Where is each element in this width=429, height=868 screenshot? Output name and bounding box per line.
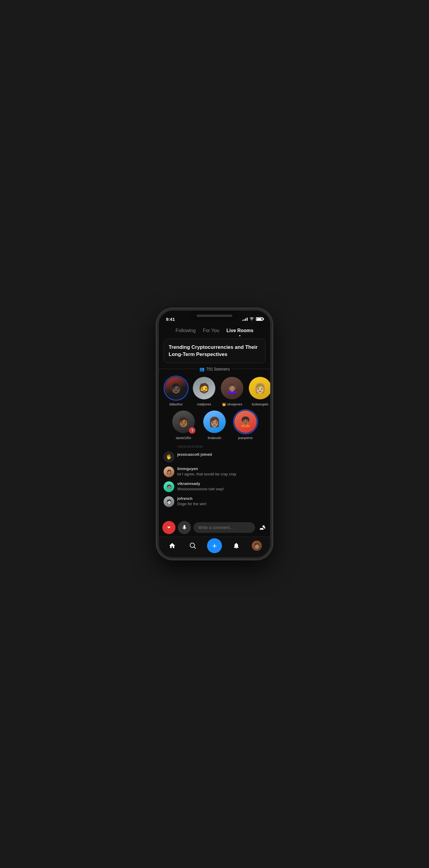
wifi-icon [249, 317, 254, 321]
chat-message-vikram: 🧑🏽 vikramready Wooooooooooow nah way! [163, 482, 266, 492]
listeners-row: 👥 791 listeners [159, 363, 270, 373]
bell-icon [233, 542, 240, 549]
profile-avatar: 🧑🏽 [252, 540, 262, 551]
search-icon [189, 542, 196, 549]
battery-icon [256, 317, 263, 321]
muted-icon: 🎙️ [189, 427, 195, 434]
chat-username-vikram: vikramready [177, 482, 224, 486]
chat-message-linn: 👩🏽 linnnguyen lol I agree, that would be… [163, 466, 266, 477]
speakers-row-1: 🧑🏿 billauthor 🧔 mattjones 👩🏽‍🦱 [159, 373, 270, 406]
join-text: jessicascott joined [177, 452, 212, 457]
nav-home-button[interactable] [166, 539, 179, 552]
speaker-username-mattjones: mattjones [197, 402, 211, 406]
chat-area: hahahahahahan 🖐️ jessicascott joined 👩🏽 … [159, 442, 270, 507]
down-arrow-icon [166, 525, 172, 530]
speaker-username-billauthor: billauthor [170, 402, 183, 406]
room-card[interactable]: Trending Cryptocurrencies and Their Long… [163, 339, 266, 363]
status-time: 9:41 [166, 317, 175, 322]
nav-create-button[interactable]: + [207, 538, 222, 553]
follow-button[interactable] [257, 522, 268, 533]
speaker-mattjones[interactable]: 🧔 mattjones [191, 376, 217, 406]
crown-icon: 👑 [222, 402, 226, 406]
speaker-oliviajones[interactable]: 👩🏽‍🦱 👑 oliviajones [220, 376, 245, 406]
speaker-username-oliviajones: 👑 oliviajones [222, 402, 242, 406]
speaker-ring-mattjones: 🧔 [191, 376, 217, 401]
nav-notifications-button[interactable] [230, 539, 243, 552]
home-icon [168, 542, 176, 549]
chat-avatar-linn: 👩🏽 [163, 466, 174, 477]
add-user-icon [259, 524, 266, 531]
join-icon: 🖐️ [163, 452, 174, 462]
chat-message-jessica-joined: 🖐️ jessicascott joined [163, 452, 266, 462]
comment-input[interactable] [193, 522, 255, 533]
tab-for-you[interactable]: For You [203, 327, 219, 335]
speaker-billauthor[interactable]: 🧑🏿 billauthor [163, 376, 189, 406]
svg-line-1 [194, 547, 196, 549]
speaker-username-lizdeangelo: lizdeangelo [252, 402, 269, 406]
speaker-username-jeanpierre: jeanpierre [238, 436, 253, 440]
chat-message-jo: 🧑🏻 jofrench Doge for the win! [163, 496, 266, 507]
faded-message: hahahahahahan [163, 444, 266, 448]
listeners-count: 791 listeners [206, 367, 230, 371]
input-bar [159, 519, 270, 536]
speaker-ring-oliviajones: 👩🏽‍🦱 [220, 376, 245, 401]
listeners-icon: 👥 [199, 367, 204, 371]
speaker-ring-billauthor: 🧑🏿 [163, 376, 189, 401]
speaker-lindarodri[interactable]: 👩🏽 lindarodri [202, 409, 227, 440]
phone-screen: 9:41 Following For You [159, 311, 270, 557]
room-title: Trending Cryptocurrencies and Their Long… [168, 344, 261, 358]
chat-text-linn: lol I agree, that would be cray cray [177, 471, 236, 477]
mic-button[interactable] [178, 521, 191, 534]
tab-live-rooms[interactable]: Live Rooms [226, 327, 253, 335]
speaker-ring-jeanpierre: 🧑🏾‍🦱 [233, 409, 258, 434]
nav-profile-button[interactable]: 🧑🏽 [250, 539, 263, 552]
signal-icon [242, 317, 248, 321]
speaker-jeanpierre[interactable]: 🧑🏾‍🦱 jeanpierre [233, 409, 258, 440]
speaker-ring-lindarodri: 👩🏽 [202, 409, 227, 434]
mic-icon [182, 525, 187, 530]
speaker-lizdeangelo[interactable]: 👩🏼 lizdeangelo [248, 376, 270, 406]
speaker-ring-lizdeangelo: 👩🏼 [248, 376, 270, 401]
chat-username-jo: jofrench [177, 496, 207, 501]
chat-avatar-jo: 🧑🏻 [163, 496, 174, 507]
nav-tabs: Following For You Live Rooms [159, 324, 270, 336]
join-username: jessicascott [177, 452, 199, 457]
chat-text-jo: Doge for the win! [177, 501, 207, 507]
phone-frame: 9:41 Following For You [156, 308, 273, 560]
tab-following[interactable]: Following [176, 327, 196, 335]
active-tab-indicator [239, 335, 240, 336]
nav-search-button[interactable] [186, 539, 199, 552]
plus-icon: + [212, 542, 217, 550]
speaker-ring-dante100x: 🧑🏾 🎙️ [171, 409, 196, 434]
chat-avatar-vikram: 🧑🏽 [163, 482, 174, 492]
speakers-row-2: 🧑🏾 🎙️ dante100x 👩🏽 lindarodri [159, 406, 270, 440]
speaker-username-lindarodri: lindarodri [208, 436, 221, 440]
svg-point-0 [190, 543, 194, 548]
chat-username-linn: linnnguyen [177, 466, 236, 471]
notch-pill [196, 315, 233, 317]
chat-text-vikram: Wooooooooooow nah way! [177, 487, 224, 492]
notch [191, 311, 238, 321]
status-icons [242, 317, 263, 321]
speaker-dante100x[interactable]: 🧑🏾 🎙️ dante100x [171, 409, 196, 440]
bottom-nav: + 🧑🏽 [159, 536, 270, 557]
speaker-username-dante100x: dante100x [176, 436, 191, 440]
leave-button[interactable] [162, 521, 176, 534]
